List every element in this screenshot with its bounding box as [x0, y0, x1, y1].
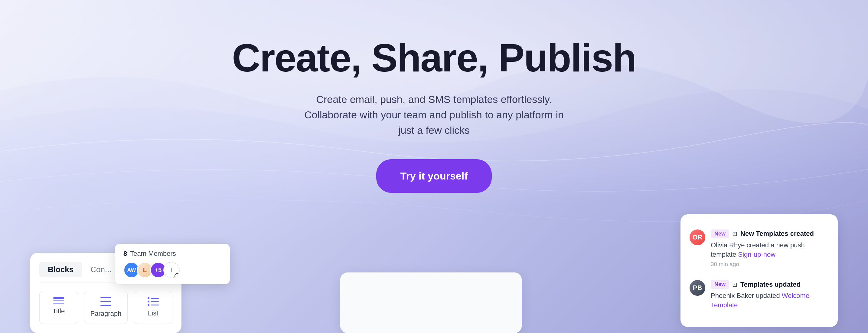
notif-body-1: Olivia Rhye created a new push template … [711, 241, 829, 259]
team-members-popup: 8 Team Members AW L +5 + [115, 244, 230, 284]
notification-content-1: New ⊡ New Templates created Olivia Rhye … [711, 229, 829, 268]
template-icon-2: ⊡ [732, 281, 737, 288]
center-card [340, 273, 522, 333]
try-it-yourself-button[interactable]: Try it yourself [376, 159, 492, 193]
team-header: 8 Team Members [123, 250, 221, 258]
notification-content-2: New ⊡ Templates updated Phoenix Baker up… [711, 280, 829, 312]
avatar-row: AW L +5 + A [123, 262, 221, 278]
notification-item-2: PB New ⊡ Templates updated Phoenix Baker… [689, 274, 829, 318]
notif-header-2: New ⊡ Templates updated [711, 280, 829, 289]
notif-time-1: 30 min ago [711, 261, 829, 268]
tab-content[interactable]: Con... [82, 262, 120, 277]
new-badge-1: New [711, 229, 729, 238]
list-icon [148, 297, 159, 306]
hero-section: Create, Share, Publish Create email, pus… [0, 0, 868, 217]
template-icon-1: ⊡ [732, 230, 737, 237]
block-title[interactable]: Title [39, 291, 78, 324]
notifications-card: OR New ⊡ New Templates created Olivia Rh… [681, 214, 838, 327]
paragraph-icon [100, 297, 111, 306]
title-icon [53, 297, 64, 304]
cursor-icon [175, 273, 180, 278]
avatar-add-button[interactable]: + Add member [163, 262, 180, 278]
sign-up-now-link[interactable]: Sign-up-now [738, 251, 776, 258]
avatar-phoenix: PB [689, 280, 705, 296]
blocks-card: Blocks Con... Title [30, 253, 182, 333]
cards-area: Blocks Con... Title [0, 214, 868, 333]
notification-item-1: OR New ⊡ New Templates created Olivia Rh… [689, 223, 829, 274]
block-paragraph[interactable]: Paragraph [84, 291, 128, 324]
tab-blocks[interactable]: Blocks [39, 262, 82, 277]
new-badge-2: New [711, 280, 729, 289]
notif-body-2: Phoenix Baker updated Welcome Template [711, 291, 829, 310]
svg-point-1 [177, 275, 179, 277]
hero-subtitle: Create email, push, and SMS templates ef… [298, 92, 570, 138]
avatar-olivia: OR [689, 229, 705, 245]
notif-header-1: New ⊡ New Templates created [711, 229, 829, 238]
blocks-grid: Title Paragraph [39, 291, 173, 324]
hero-title: Create, Share, Publish [232, 36, 636, 80]
block-list[interactable]: List [134, 291, 173, 324]
